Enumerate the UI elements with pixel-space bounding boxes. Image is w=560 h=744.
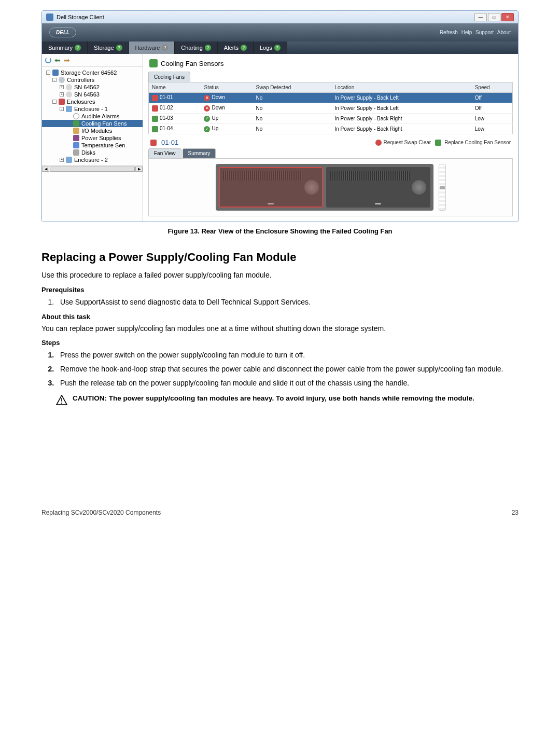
scroll-left-icon[interactable]: ◀: [42, 167, 49, 172]
help-icon: ?: [75, 45, 81, 51]
step-item: Push the release tab on the power supply…: [56, 378, 519, 389]
col-header[interactable]: Swap Detected: [253, 82, 332, 93]
step-item: Press the power switch on the power supp…: [56, 350, 519, 361]
link-refresh[interactable]: Refresh: [440, 30, 458, 35]
tree-node[interactable]: +Enclosure - 2: [42, 156, 143, 163]
fan-icon: [152, 116, 158, 122]
link-help[interactable]: Help: [461, 30, 472, 35]
tree-toolbar: ⬅ ➡: [42, 54, 143, 67]
node-icon: [73, 135, 79, 141]
tab-fan-view[interactable]: Fan View: [148, 148, 181, 158]
steps-heading: Steps: [41, 339, 519, 347]
col-header[interactable]: Speed: [472, 82, 513, 93]
help-icon: ?: [274, 45, 281, 51]
table-row[interactable]: 01-03✓UpNoIn Power Supply - Back RightLo…: [149, 114, 513, 124]
footer-left: Replacing SCv2000/SCv2020 Components: [41, 509, 161, 516]
tree-node[interactable]: Power Supplies: [42, 134, 143, 142]
about-heading: About this task: [41, 313, 519, 321]
col-header[interactable]: Status: [201, 82, 253, 93]
tab-charting[interactable]: Charting?: [175, 42, 218, 54]
tab-logs[interactable]: Logs?: [254, 42, 287, 54]
table-row[interactable]: 01-02✕DownNoIn Power Supply - Back LeftO…: [149, 103, 513, 114]
tab-cooling-fans[interactable]: Cooling Fans: [148, 72, 190, 82]
tree-node[interactable]: -Controllers: [42, 76, 143, 84]
prereq-list: Use SupportAssist to send diagnostic dat…: [41, 297, 519, 308]
tab-alerts[interactable]: Alerts?: [218, 42, 254, 54]
brand-links: Refresh Help Support About: [438, 30, 511, 35]
expand-icon[interactable]: +: [60, 92, 64, 97]
footer-page-number: 23: [512, 509, 519, 516]
app-window: Dell Storage Client — ▭ ✕ DELL Refresh H…: [41, 10, 519, 222]
forward-icon[interactable]: ➡: [64, 56, 70, 64]
help-icon: ?: [116, 45, 122, 51]
node-icon: [66, 84, 72, 90]
help-icon: ?: [241, 45, 247, 51]
help-icon: ?: [205, 45, 211, 51]
fan-icon: [149, 59, 158, 67]
section-heading: Replacing a Power Supply/Cooling Fan Mod…: [41, 251, 519, 264]
node-icon: [52, 70, 59, 76]
tab-summary[interactable]: Summary: [183, 148, 216, 158]
section-header: Cooling Fan Sensors: [148, 57, 513, 70]
prereq-heading: Prerequisites: [41, 286, 519, 294]
caution-block: CAUTION: The power supply/cooling fan mo…: [41, 394, 519, 405]
node-icon: [73, 113, 79, 119]
expand-icon[interactable]: -: [60, 107, 64, 111]
table-row[interactable]: 01-01✕DownNoIn Power Supply - Back LeftO…: [149, 93, 513, 103]
section-title: Cooling Fan Sensors: [161, 60, 223, 67]
back-icon[interactable]: ⬅: [54, 56, 61, 64]
table-row[interactable]: 01-04✓UpNoIn Power Supply - Back RightLo…: [149, 124, 513, 134]
help-icon: ?: [162, 45, 168, 51]
node-icon: [73, 149, 79, 156]
expand-icon[interactable]: -: [52, 78, 57, 82]
expand-icon[interactable]: -: [52, 100, 57, 104]
refresh-icon[interactable]: [45, 57, 51, 63]
tree-scrollbar[interactable]: ◀ ▶: [42, 166, 143, 172]
nav-tree[interactable]: -Storage Center 64562-Controllers+SN 645…: [42, 67, 143, 166]
tree-node[interactable]: -Enclosures: [42, 98, 143, 105]
intro-text: Use this procedure to replace a failed p…: [41, 270, 519, 281]
tree-node[interactable]: Cooling Fan Sens: [42, 120, 143, 127]
window-title: Dell Storage Client: [57, 14, 104, 20]
node-icon: [73, 128, 79, 134]
tree-node[interactable]: Temperature Sen: [42, 142, 143, 149]
maximize-button[interactable]: ▭: [488, 13, 500, 21]
node-icon: [66, 106, 72, 112]
status-icon: ✓: [204, 126, 210, 132]
tree-node[interactable]: I/O Modules: [42, 127, 143, 134]
top-tabs: Summary?Storage?Hardware?Charting?Alerts…: [42, 42, 518, 54]
tab-storage[interactable]: Storage?: [88, 42, 129, 54]
app-icon: [46, 13, 53, 21]
tree-node[interactable]: -Enclosure - 1: [42, 105, 143, 113]
nav-tree-pane: ⬅ ➡ -Storage Center 64562-Controllers+SN…: [42, 54, 143, 222]
link-request-swap-clear[interactable]: Request Swap Clear: [375, 140, 431, 146]
node-icon: [73, 142, 79, 148]
tree-node[interactable]: +SN 64562: [42, 84, 143, 91]
tab-hardware[interactable]: Hardware?: [129, 42, 175, 54]
status-icon: ✕: [204, 105, 210, 112]
link-replace-fan-sensor[interactable]: Replace Cooling Fan Sensor: [435, 140, 511, 146]
step-item: Remove the hook-and-loop strap that secu…: [56, 364, 519, 375]
tree-node[interactable]: -Storage Center 64562: [42, 69, 143, 76]
scroll-right-icon[interactable]: ▶: [135, 167, 143, 172]
caution-icon: [56, 395, 67, 405]
close-button[interactable]: ✕: [501, 13, 514, 21]
tab-summary[interactable]: Summary?: [42, 42, 88, 54]
minimize-button[interactable]: —: [474, 13, 487, 21]
link-support[interactable]: Support: [475, 30, 494, 35]
tree-node[interactable]: Disks: [42, 149, 143, 156]
node-icon: [66, 157, 72, 163]
tree-node[interactable]: +SN 64563: [42, 91, 143, 98]
link-about[interactable]: About: [497, 30, 511, 35]
page-footer: Replacing SCv2000/SCv2020 Components 23: [41, 509, 519, 516]
tree-node[interactable]: Audible Alarms: [42, 113, 143, 120]
col-header[interactable]: Location: [331, 82, 471, 93]
expand-icon[interactable]: -: [46, 71, 50, 75]
psu-left-failed: [219, 167, 323, 208]
expand-icon[interactable]: +: [60, 158, 64, 162]
col-header[interactable]: Name: [149, 82, 201, 93]
fan-icon: [152, 105, 158, 112]
expand-icon[interactable]: +: [60, 85, 64, 89]
fan-icon: [152, 95, 158, 101]
handle-graphic: [439, 164, 446, 211]
